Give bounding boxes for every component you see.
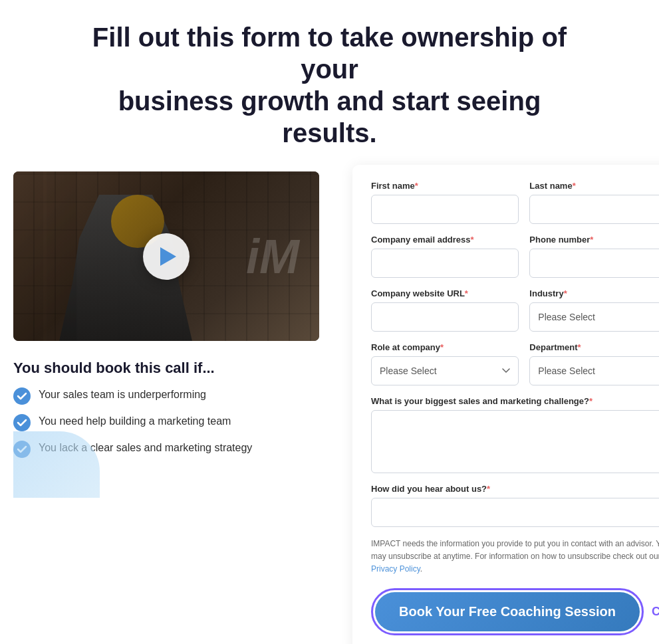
department-group: Department* Please Select <box>529 342 659 385</box>
challenge-group: What is your biggest sales and marketing… <box>371 396 659 473</box>
industry-select[interactable]: Please Select <box>529 302 659 332</box>
left-panel: iM You should book this call if... <box>13 165 332 498</box>
required-star: * <box>415 181 418 191</box>
content-area: iM You should book this call if... <box>0 165 659 644</box>
required-star: * <box>589 396 593 406</box>
required-star: * <box>573 181 576 191</box>
email-group: Company email address* <box>371 235 519 278</box>
challenge-textarea[interactable] <box>371 410 659 473</box>
email-label: Company email address* <box>371 235 519 245</box>
last-name-input[interactable] <box>529 195 659 224</box>
hear-group: How did you hear about us?* <box>371 484 659 527</box>
form-row-name: First name* Last name* <box>371 181 659 224</box>
svg-point-1 <box>13 414 31 431</box>
role-label: Role at company* <box>371 342 519 352</box>
section-subtitle: You should book this call if... <box>13 360 332 377</box>
privacy-text: IMPACT needs the information you provide… <box>371 538 659 576</box>
list-item: You need help building a marketing team <box>13 414 332 431</box>
play-icon <box>160 247 176 266</box>
phone-group: Phone number* <box>529 235 659 278</box>
cta-side-label: CTA <box>652 605 659 619</box>
website-input[interactable] <box>371 302 519 332</box>
required-star: * <box>471 235 474 245</box>
header-section: Fill out this form to take ownership of … <box>0 0 659 165</box>
form-row-role-dept: Role at company* Please Select Departmen… <box>371 342 659 385</box>
cta-container: Book Your Free Coaching Session CTA <box>371 588 659 635</box>
role-group: Role at company* Please Select <box>371 342 519 385</box>
cta-button-wrapper: Book Your Free Coaching Session <box>371 588 644 635</box>
decorative-shape <box>13 431 100 498</box>
challenge-label: What is your biggest sales and marketing… <box>371 396 659 406</box>
form-row-challenge: What is your biggest sales and marketing… <box>371 396 659 473</box>
list-item: Your sales team is underperforming <box>13 387 332 405</box>
check-icon-1 <box>13 387 31 405</box>
industry-label: Industry* <box>529 288 659 298</box>
department-label: Department* <box>529 342 659 352</box>
website-label: Company website URL* <box>371 288 519 298</box>
last-name-label: Last name* <box>529 181 659 191</box>
phone-label: Phone number* <box>529 235 659 245</box>
role-select[interactable]: Please Select <box>371 356 519 385</box>
form-row-website-industry: Company website URL* Industry* Please Se… <box>371 288 659 332</box>
video-player[interactable]: iM <box>13 171 319 341</box>
privacy-policy-link[interactable]: Privacy Policy <box>371 564 420 574</box>
first-name-input[interactable] <box>371 195 519 224</box>
page-title: Fill out this form to take ownership of … <box>70 21 589 149</box>
required-star: * <box>465 288 468 298</box>
last-name-group: Last name* <box>529 181 659 224</box>
required-star: * <box>487 484 490 494</box>
phone-input[interactable] <box>529 249 659 278</box>
check-icon-2 <box>13 414 31 431</box>
website-group: Company website URL* <box>371 288 519 332</box>
play-button[interactable] <box>143 233 190 280</box>
required-star: * <box>564 288 567 298</box>
form-row-hear: How did you hear about us?* <box>371 484 659 527</box>
email-input[interactable] <box>371 249 519 278</box>
svg-point-0 <box>13 387 31 405</box>
first-name-label: First name* <box>371 181 519 191</box>
form-row-contact: Company email address* Phone number* <box>371 235 659 278</box>
page-wrapper: Fill out this form to take ownership of … <box>0 0 659 644</box>
form-panel: First name* Last name* Company email add… <box>352 165 659 644</box>
required-star: * <box>578 342 581 352</box>
hear-label: How did you hear about us?* <box>371 484 659 494</box>
required-star: * <box>590 235 593 245</box>
first-name-group: First name* <box>371 181 519 224</box>
hear-input[interactable] <box>371 498 659 527</box>
department-select[interactable]: Please Select <box>529 356 659 385</box>
industry-group: Industry* Please Select <box>529 288 659 332</box>
required-star: * <box>440 342 444 352</box>
book-session-button[interactable]: Book Your Free Coaching Session <box>375 592 640 631</box>
